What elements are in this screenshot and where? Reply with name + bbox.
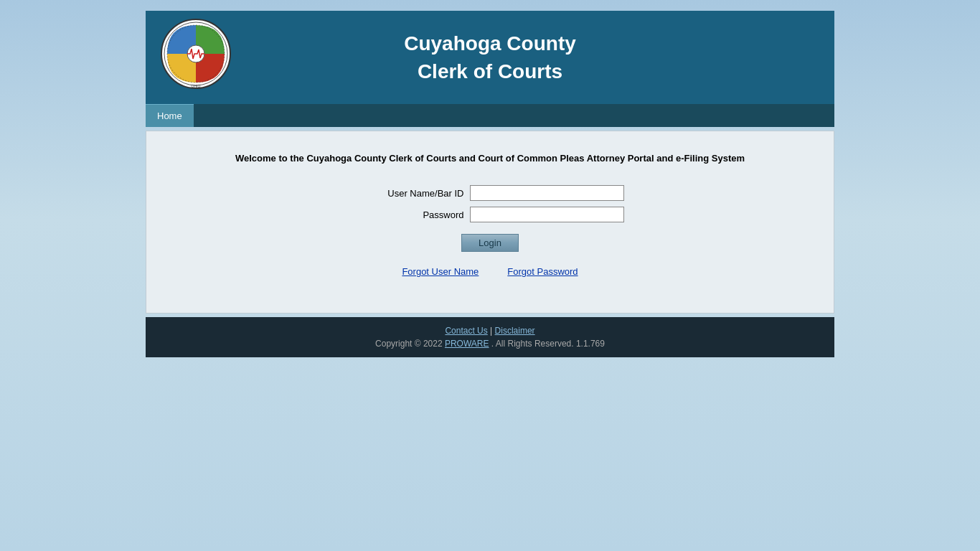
rights-text: . All Rights Reserved. 1.1.769 — [491, 339, 605, 349]
footer-links: Contact Us | Disclaimer — [160, 326, 820, 336]
password-label: Password — [357, 209, 464, 220]
page-wrapper: OHIO Cuyahoga County Clerk of Courts Hom… — [146, 0, 834, 357]
main-content: Welcome to the Cuyahoga County Clerk of … — [146, 131, 834, 314]
copyright-text: Copyright © 2022 — [375, 339, 443, 349]
login-button[interactable]: Login — [461, 234, 519, 252]
forgot-password-link[interactable]: Forgot Password — [507, 266, 578, 277]
svg-text:OHIO: OHIO — [192, 84, 201, 88]
logo-container: OHIO — [160, 18, 239, 97]
contact-us-link[interactable]: Contact Us — [445, 326, 487, 336]
password-row: Password — [357, 207, 624, 222]
company-link[interactable]: PROWARE — [445, 339, 489, 349]
county-seal-icon: OHIO — [160, 18, 232, 90]
username-label: User Name/Bar ID — [357, 188, 464, 199]
header-title: Cuyahoga County Clerk of Courts — [239, 29, 820, 85]
links-row: Forgot User Name Forgot Password — [402, 266, 578, 277]
username-input[interactable] — [470, 185, 624, 201]
forgot-username-link[interactable]: Forgot User Name — [402, 266, 479, 277]
login-form: User Name/Bar ID Password Login Forgot U… — [161, 185, 819, 277]
disclaimer-link[interactable]: Disclaimer — [495, 326, 535, 336]
username-row: User Name/Bar ID — [357, 185, 624, 201]
password-input[interactable] — [470, 207, 624, 222]
nav-home[interactable]: Home — [146, 104, 194, 127]
welcome-text: Welcome to the Cuyahoga County Clerk of … — [161, 153, 819, 164]
header: OHIO Cuyahoga County Clerk of Courts — [146, 11, 834, 104]
navbar: Home — [146, 104, 834, 127]
login-button-row: Login — [461, 234, 519, 252]
footer: Contact Us | Disclaimer Copyright © 2022… — [146, 317, 834, 357]
footer-copyright: Copyright © 2022 PROWARE . All Rights Re… — [160, 339, 820, 349]
